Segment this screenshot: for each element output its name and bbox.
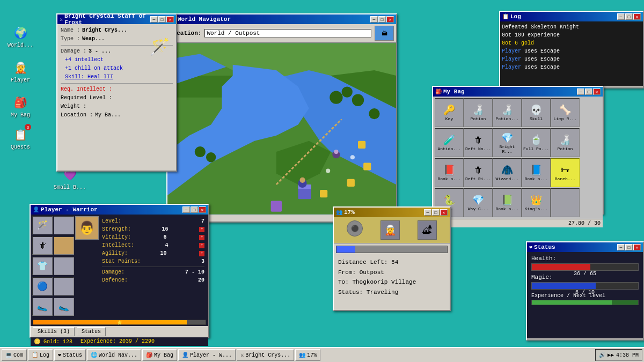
travel-icon-dot: ⚫ [347,220,363,237]
status-button[interactable]: Status [77,327,106,336]
bag-item-empty[interactable] [551,188,580,217]
minimize-btn[interactable]: ─ [370,16,378,23]
player-maximize-btn[interactable]: □ [191,206,198,213]
equip-slot-4[interactable] [54,237,74,255]
taskbar-com[interactable]: 💻 Com [2,349,27,361]
player-titlebar[interactable]: 👤 Player - Warrior ─ □ ✕ [31,205,208,215]
bag-grid: 🔑Key 🍶Potion 🍶Potion... 💀Skull 🦴Limp R..… [433,97,603,219]
equip-slot-1[interactable]: 🪄 [32,216,53,234]
equip-slot-5[interactable]: 👕 [32,257,53,275]
stat-vitality: Vitality: 6 + [102,233,204,241]
equip-slot-9[interactable]: 🥿 [32,298,53,316]
bag-item-way[interactable]: 💎Way C... [464,188,493,217]
magic-bar-fill [532,283,596,289]
travel-content: ⚫ 🧝 🏕 Distance Left: 54 From: Outpost To… [334,217,450,300]
taskbar-player[interactable]: 👤 Player - W... [178,349,236,361]
item-titlebar[interactable]: ⚔ Bright Crystal Staff of Frost ─ □ ✕ [57,14,176,24]
bag-items-grid: 🔑Key 🍶Potion 🍶Potion... 💀Skull 🦴Limp R..… [435,98,601,217]
bag-item-wizard[interactable]: 🧥Wizard... [493,158,522,187]
desktop-icon-quests[interactable]: 📋3 Quests [4,126,36,150]
intellect-plus-btn[interactable]: + [199,243,204,248]
bag-item-potion1[interactable]: 🍶Potion [464,98,493,127]
taskbar-item[interactable]: ⚔ Bright Crys... [237,349,294,361]
equip-slot-10[interactable]: 🥿 [54,298,74,316]
bag-item-book2[interactable]: 📘Book o... [522,158,551,187]
taskbar-travel[interactable]: 👥 17% [295,349,320,361]
svg-rect-13 [320,190,327,197]
bag-item-fullpo[interactable]: 🍵Full Po... [522,128,551,157]
taskbar-mybag[interactable]: 🎒 My Bag [142,349,177,361]
equip-slot-7[interactable]: 🔵 [32,277,53,295]
bag-item-book3[interactable]: 📗Book o... [493,188,522,217]
item-close-btn[interactable]: ✕ [166,16,174,23]
bag-maximize-btn[interactable]: □ [585,88,592,95]
player-minimize-btn[interactable]: ─ [182,206,190,213]
bag-item-baneh[interactable]: 🗝Baneh... [551,158,580,187]
bag-item-skull[interactable]: 💀Skull [522,98,551,127]
item-minimize-btn[interactable]: ─ [150,16,158,23]
bag-minimize-btn[interactable]: ─ [577,88,584,95]
bag-item-limp[interactable]: 🦴Limp R... [551,98,580,127]
quests-notification: 📋3 [12,126,29,143]
svg-point-20 [369,108,379,119]
bag-item-antidote[interactable]: 🧪Antido... [435,128,464,157]
world-navigator-titlebar[interactable]: 🌐 World Navigator ─ □ ✕ [167,14,396,24]
taskbar-worldnav[interactable]: 🌐 World Nav... [87,349,141,361]
travel-minimize-btn[interactable]: ─ [424,209,431,216]
travel-close-btn[interactable]: ✕ [440,209,448,216]
log-minimize-btn[interactable]: ─ [617,13,625,20]
equip-slot-2[interactable] [54,216,74,234]
bag-item-book1[interactable]: 📕Book o... [435,158,464,187]
status-maximize-btn[interactable]: □ [625,244,633,250]
skills-button[interactable]: Skills (3) [33,327,75,336]
strength-plus-btn[interactable]: + [199,227,204,232]
maximize-btn[interactable]: □ [378,16,386,23]
item-icon: 🪄 [146,26,173,69]
map-area[interactable] [167,43,396,215]
bag-item-deft2[interactable]: 🗡Deft Ri... [464,158,493,187]
log-maximize-btn[interactable]: □ [625,13,633,20]
equip-slot-3[interactable]: 🗡 [32,237,53,255]
taskbar: 💻 Com 📋 Log ❤ Status 🌐 World Nav... 🎒 My… [0,347,644,362]
stat-agility: Agility: 10 + [102,249,204,257]
taskbar-status[interactable]: ❤ Status [54,349,86,361]
bag-titlebar[interactable]: 🎒 My Bag ─ □ ✕ [433,87,603,97]
heal-skill-link[interactable]: Skill: Heal III [65,73,173,82]
mybag-icon: 🎒 [12,94,29,111]
log-window: 📋 Log ─ □ ✕ Defeated Skeleton Knight Got… [499,11,644,88]
travel-maximize-btn[interactable]: □ [432,209,440,216]
desktop-icon-mybag[interactable]: 🎒 My Bag [4,94,36,118]
log-close-btn[interactable]: ✕ [633,13,641,20]
svg-point-23 [350,155,355,159]
status-close-btn[interactable]: ✕ [633,244,641,250]
status-minimize-btn[interactable]: ─ [617,244,625,250]
bag-close-btn[interactable]: ✕ [593,88,601,95]
bag-item-potion2[interactable]: 🍶Potion... [493,98,522,127]
player-close-btn[interactable]: ✕ [199,206,206,213]
desktop-icon-player[interactable]: 🧝 Player [4,59,36,83]
bag-item-key[interactable]: 🔑Key [435,98,464,127]
player-xp-area: ⭐ [31,319,208,326]
status-titlebar[interactable]: ❤ Status ─ □ ✕ [527,242,643,252]
bag-item-bright[interactable]: 💎Bright R... [493,128,522,157]
equip-slot-8[interactable] [54,277,74,295]
bag-item-deft1[interactable]: 🗡Deft Na... [464,128,493,157]
desktop-icon-world[interactable]: 🌍 World... [4,24,36,48]
travel-titlebar[interactable]: 👥 17% ─ □ ✕ [334,208,450,217]
player-main-area: 🪄 🗡 👕 🔵 🥿 🥿 👨 Level: 7 Strength: 16 + [31,215,208,319]
bag-window: 🎒 My Bag ─ □ ✕ 🔑Key 🍶Potion 🍶Potion... 💀… [432,86,604,215]
bag-item-king[interactable]: 👑King's... [522,188,551,217]
vitality-plus-btn[interactable]: + [199,235,204,240]
sword-icon: ⚔ [60,16,63,23]
close-btn[interactable]: ✕ [386,16,394,23]
travel-progress-bar [336,246,448,253]
equip-slot-6[interactable] [54,257,74,275]
health-bar: 36 / 65 [531,263,639,271]
stat-intellect: Intellect: 4 + [102,241,204,249]
item-maximize-btn[interactable]: □ [158,16,166,23]
agility-plus-btn[interactable]: + [199,251,204,256]
taskbar-log[interactable]: 📋 Log [28,349,53,361]
log-titlebar[interactable]: 📋 Log ─ □ ✕ [500,12,643,21]
bag-item-potion3[interactable]: 🍶Potion [551,128,580,157]
location-input[interactable] [204,29,371,38]
